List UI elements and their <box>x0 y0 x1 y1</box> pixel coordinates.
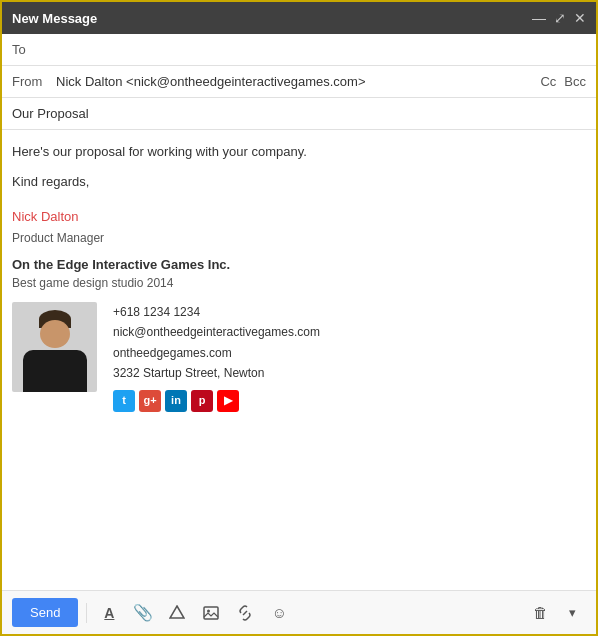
minimize-button[interactable]: — <box>532 10 546 26</box>
from-label: From <box>12 74 56 89</box>
attach-file-button[interactable]: 📎 <box>129 599 157 627</box>
photo-icon <box>203 605 219 621</box>
window-controls: — ⤢ ✕ <box>532 10 586 26</box>
link-icon <box>237 605 253 621</box>
compose-window: New Message — ⤢ ✕ To From Nick Dalton <n… <box>0 0 598 636</box>
format-icon: A <box>104 605 114 621</box>
sig-phone: +618 1234 1234 <box>113 302 320 322</box>
insert-photo-button[interactable] <box>197 599 225 627</box>
more-options-button[interactable]: ▾ <box>558 599 586 627</box>
pinterest-icon[interactable]: p <box>191 390 213 412</box>
email-signature: Nick Dalton Product Manager On the Edge … <box>12 207 586 412</box>
insert-emoji-button[interactable]: ☺ <box>265 599 293 627</box>
from-value: Nick Dalton <nick@ontheedgeinteractivega… <box>56 74 540 89</box>
sig-company: On the Edge Interactive Games Inc. <box>12 255 586 275</box>
linkedin-icon[interactable]: in <box>165 390 187 412</box>
delete-icon: 🗑 <box>533 604 548 621</box>
sig-details: +618 1234 1234 nick@ontheedgeinteractive… <box>113 302 320 412</box>
body-area[interactable]: Here's our proposal for working with you… <box>2 130 596 590</box>
social-icons: t g+ in p ▶ <box>113 390 320 412</box>
twitter-icon[interactable]: t <box>113 390 135 412</box>
sig-name: Nick Dalton <box>12 207 586 227</box>
bcc-button[interactable]: Bcc <box>564 74 586 89</box>
sig-photo <box>12 302 97 392</box>
sig-address: 3232 Startup Street, Newton <box>113 363 320 383</box>
close-button[interactable]: ✕ <box>574 10 586 26</box>
gplus-icon[interactable]: g+ <box>139 390 161 412</box>
sig-email: nick@ontheedgeinteractivegames.com <box>113 322 320 342</box>
send-button[interactable]: Send <box>12 598 78 627</box>
svg-rect-1 <box>204 607 218 619</box>
subject-input[interactable] <box>12 106 586 121</box>
youtube-icon[interactable]: ▶ <box>217 390 239 412</box>
cc-bcc-actions: Cc Bcc <box>540 74 586 89</box>
attach-icon: 📎 <box>133 603 153 622</box>
body-paragraph-1: Here's our proposal for working with you… <box>12 142 586 162</box>
drive-icon <box>169 605 185 621</box>
title-bar: New Message — ⤢ ✕ <box>2 2 596 34</box>
compose-toolbar: Send A 📎 <box>2 590 596 634</box>
toolbar-right: 🗑 ▾ <box>526 599 586 627</box>
to-row: To <box>2 34 596 66</box>
cc-button[interactable]: Cc <box>540 74 556 89</box>
to-label: To <box>12 42 56 57</box>
window-title: New Message <box>12 11 97 26</box>
svg-marker-0 <box>170 606 184 618</box>
delete-button[interactable]: 🗑 <box>526 599 554 627</box>
drive-button[interactable] <box>163 599 191 627</box>
sig-tagline: Best game design studio 2014 <box>12 274 586 292</box>
sig-contact-block: +618 1234 1234 nick@ontheedgeinteractive… <box>12 302 586 412</box>
expand-button[interactable]: ⤢ <box>554 10 566 26</box>
svg-point-2 <box>207 609 210 612</box>
subject-row <box>2 98 596 130</box>
body-paragraph-2: Kind regards, <box>12 172 586 192</box>
emoji-icon: ☺ <box>272 604 287 621</box>
format-text-button[interactable]: A <box>95 599 123 627</box>
sig-title: Product Manager <box>12 229 586 247</box>
from-row: From Nick Dalton <nick@ontheedgeinteract… <box>2 66 596 98</box>
to-input[interactable] <box>56 42 586 57</box>
toolbar-divider-1 <box>86 603 87 623</box>
insert-link-button[interactable] <box>231 599 259 627</box>
more-icon: ▾ <box>569 605 576 620</box>
sig-website: ontheedgegames.com <box>113 343 320 363</box>
